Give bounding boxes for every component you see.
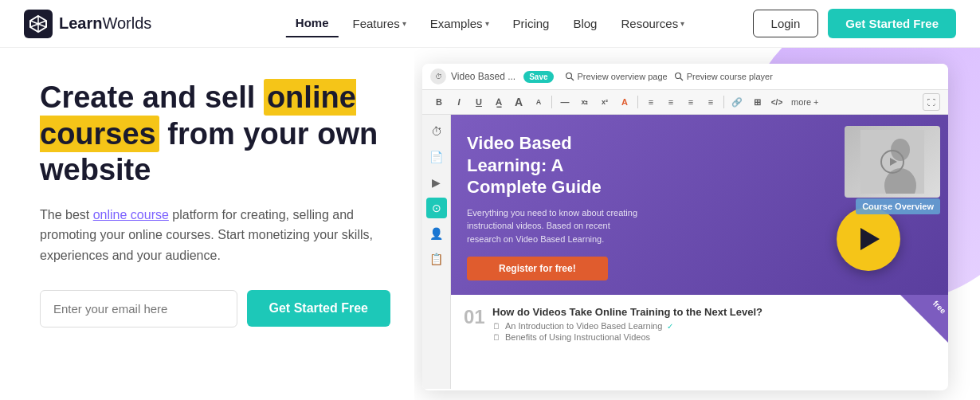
toolbar-a-large[interactable]: A xyxy=(510,93,527,111)
online-course-link[interactable]: online course xyxy=(93,208,169,222)
svg-point-3 xyxy=(675,73,680,79)
tab-icon: ⏱ xyxy=(430,69,446,84)
search-icon-2 xyxy=(674,72,684,81)
tool-video[interactable]: ▶ xyxy=(426,172,447,193)
toolbar-dash[interactable]: — xyxy=(556,93,574,111)
course-card: Video Based Learning: A Complete Guide E… xyxy=(451,115,948,295)
toolbar-sep1 xyxy=(551,96,552,108)
svg-line-4 xyxy=(680,78,683,80)
toolbar-code[interactable]: </> xyxy=(768,93,786,111)
nav-links: Home Features ▾ Examples ▾ Pricing Blog … xyxy=(286,10,694,37)
search-icon xyxy=(565,72,574,81)
detail-row: 01 How do Videos Take Online Training to… xyxy=(464,306,935,343)
nav-home[interactable]: Home xyxy=(286,10,339,37)
preview-overview-btn[interactable]: Preview overview page xyxy=(565,72,668,81)
toolbar-sup[interactable]: x² xyxy=(596,93,613,111)
check-icon-1: ✓ xyxy=(667,322,673,331)
detail-item-1: 🗒 An Introduction to Video Based Learnin… xyxy=(492,321,762,331)
hero-right: ⏱ Video Based ... Save Preview overview … xyxy=(414,48,980,400)
toolbar-bold[interactable]: B xyxy=(430,93,448,111)
nav-features[interactable]: Features ▾ xyxy=(343,10,416,37)
file-icon-1: 🗒 xyxy=(492,322,500,331)
toolbar-ol[interactable]: ≡ xyxy=(662,93,680,111)
tool-doc[interactable]: 📄 xyxy=(426,147,447,167)
get-started-hero-button[interactable]: Get Started Free xyxy=(247,290,390,327)
file-icon-2: 🗒 xyxy=(492,333,500,342)
nav-actions: Login Get Started Free xyxy=(753,9,956,38)
editor-toolbar: B I U A̲ A A — x₂ x² A ≡ ≡ ≡ ≡ 🔗 ⊞ </> xyxy=(422,90,948,115)
editor-window: ⏱ Video Based ... Save Preview overview … xyxy=(422,64,948,390)
logo[interactable]: LearnWorlds xyxy=(24,10,151,38)
detail-title: How do Videos Take Online Training to th… xyxy=(492,306,762,318)
toolbar-sep3 xyxy=(723,96,724,108)
preview-course-btn[interactable]: Preview course player xyxy=(674,72,773,81)
hero-subtitle: The best online course platform for crea… xyxy=(40,205,382,266)
editor-sidebar: ⏱ 📄 ▶ ⊙ 👤 📋 xyxy=(422,115,451,389)
toolbar-outdent[interactable]: ≡ xyxy=(702,93,719,111)
get-started-nav-button[interactable]: Get Started Free xyxy=(828,9,956,38)
toolbar-more[interactable]: more + xyxy=(791,97,819,107)
toolbar-underline[interactable]: U xyxy=(470,93,488,111)
nav-examples[interactable]: Examples ▾ xyxy=(421,10,499,37)
preview-buttons: Preview overview page Preview course pla… xyxy=(565,72,773,81)
video-play-small[interactable] xyxy=(880,150,904,174)
video-preview xyxy=(845,126,940,198)
course-card-title: Video Based Learning: A Complete Guide xyxy=(467,132,642,198)
hero-cta: Get Started Free xyxy=(40,290,390,327)
hero-section: Create and sell onlinecourses from your … xyxy=(0,48,980,400)
tool-timer[interactable]: ⏱ xyxy=(426,121,447,142)
toolbar-indent[interactable]: ≡ xyxy=(682,93,700,111)
nav-blog[interactable]: Blog xyxy=(563,10,606,37)
logo-icon xyxy=(24,10,53,38)
tool-active[interactable]: ⊙ xyxy=(426,198,447,218)
svg-line-2 xyxy=(571,78,574,80)
expand-button[interactable]: ⛶ xyxy=(923,93,940,111)
save-badge[interactable]: Save xyxy=(523,71,553,83)
navbar: LearnWorlds Home Features ▾ Examples ▾ P… xyxy=(0,0,980,48)
svg-point-1 xyxy=(566,73,571,79)
toolbar-aa[interactable]: A̲ xyxy=(490,93,508,111)
free-badge-wrap: free xyxy=(900,295,948,343)
detail-num: 01 xyxy=(464,306,483,328)
tool-user[interactable]: 👤 xyxy=(426,223,447,244)
toolbar-italic[interactable]: I xyxy=(450,93,468,111)
email-input[interactable] xyxy=(40,290,237,327)
tab-label: Video Based ... xyxy=(451,71,515,82)
detail-item-2: 🗒 Benefits of Using Instructional Videos xyxy=(492,332,762,342)
nav-pricing[interactable]: Pricing xyxy=(504,10,559,37)
course-overview-label: Course Overview xyxy=(856,198,940,214)
detail-content: How do Videos Take Online Training to th… xyxy=(492,306,762,343)
register-button[interactable]: Register for free! xyxy=(467,257,608,280)
toolbar-img[interactable]: ⊞ xyxy=(748,93,766,111)
hero-left: Create and sell onlinecourses from your … xyxy=(0,48,414,400)
nav-resources[interactable]: Resources ▾ xyxy=(611,10,694,37)
editor-canvas: Video Based Learning: A Complete Guide E… xyxy=(451,115,948,389)
video-play-tri xyxy=(890,158,897,166)
toolbar-link[interactable]: 🔗 xyxy=(728,93,746,111)
play-triangle xyxy=(860,228,880,250)
toolbar-ul[interactable]: ≡ xyxy=(642,93,660,111)
tool-file[interactable]: 📋 xyxy=(426,249,447,269)
editor-body: ⏱ 📄 ▶ ⊙ 👤 📋 Video Based Learning: A Comp… xyxy=(422,115,948,389)
login-button[interactable]: Login xyxy=(753,10,819,37)
play-button[interactable] xyxy=(837,207,900,271)
course-card-desc: Everything you need to know about creati… xyxy=(467,206,642,246)
course-details: 01 How do Videos Take Online Training to… xyxy=(451,295,948,361)
toolbar-sep2 xyxy=(637,96,638,108)
hero-title: Create and sell onlinecourses from your … xyxy=(40,80,390,189)
toolbar-color[interactable]: A xyxy=(616,93,633,111)
toolbar-a-small[interactable]: A xyxy=(530,93,547,111)
editor-topbar: ⏱ Video Based ... Save Preview overview … xyxy=(422,64,948,90)
logo-text: LearnWorlds xyxy=(59,14,151,33)
toolbar-sub[interactable]: x₂ xyxy=(576,93,594,111)
